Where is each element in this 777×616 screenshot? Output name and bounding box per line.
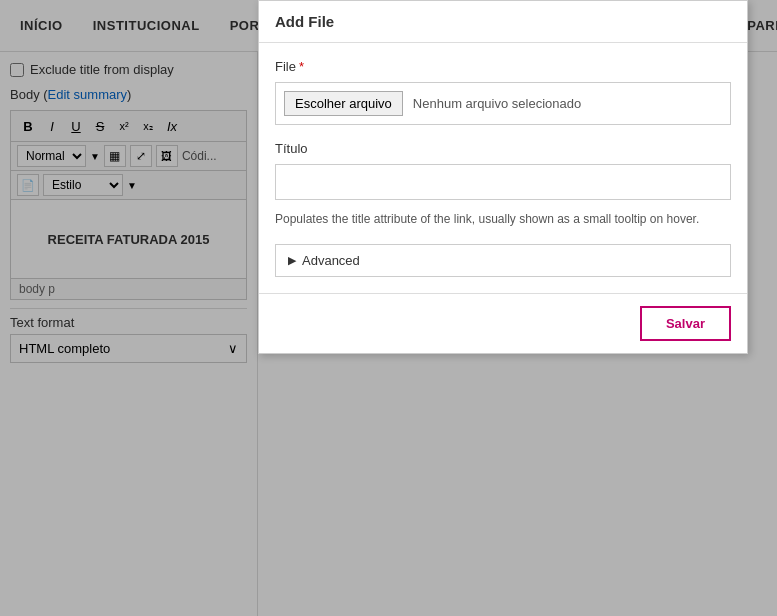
modal-footer: Salvar [259, 293, 747, 353]
add-file-modal: Add File File * Escolher arquivo Nenhum … [258, 0, 748, 354]
titulo-input[interactable] [275, 164, 731, 200]
file-placeholder: Nenhum arquivo selecionado [413, 96, 581, 111]
titulo-hint: Populates the title attribute of the lin… [275, 210, 731, 228]
modal-header: Add File [259, 1, 747, 43]
modal-title: Add File [275, 13, 334, 30]
modal-body: File * Escolher arquivo Nenhum arquivo s… [259, 43, 747, 293]
advanced-arrow-icon: ▶ [288, 254, 296, 267]
required-star: * [299, 59, 304, 74]
file-input-row: Escolher arquivo Nenhum arquivo selecion… [275, 82, 731, 125]
choose-file-button[interactable]: Escolher arquivo [284, 91, 403, 116]
titulo-label: Título [275, 141, 731, 156]
main-area: Exclude title from display Body (Edit su… [0, 52, 777, 616]
salvar-button[interactable]: Salvar [640, 306, 731, 341]
modal-overlay: Add File File * Escolher arquivo Nenhum … [0, 0, 777, 616]
advanced-section[interactable]: ▶ Advanced [275, 244, 731, 277]
advanced-label: Advanced [302, 253, 360, 268]
file-field-label: File * [275, 59, 731, 74]
